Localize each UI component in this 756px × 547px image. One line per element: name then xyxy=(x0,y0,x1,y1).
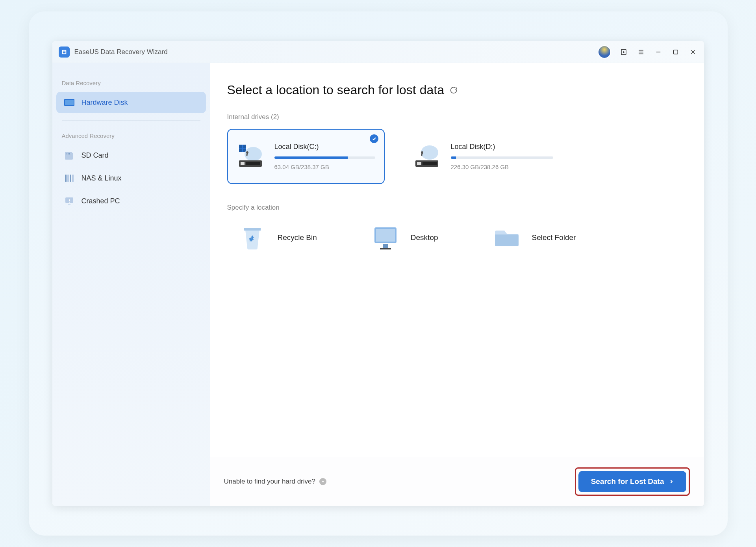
footer-help[interactable]: Unable to find your hard drive? xyxy=(224,478,326,486)
sd-card-icon xyxy=(64,151,74,160)
svg-point-30 xyxy=(246,151,248,154)
location-label: Desktop xyxy=(411,233,438,242)
drive-card-c[interactable]: Local Disk(C:) 63.04 GB/238.37 GB xyxy=(227,129,385,184)
drive-info: Local Disk(D:) 226.30 GB/238.26 GB xyxy=(451,143,553,170)
sidebar-item-crashed-pc[interactable]: Crashed PC xyxy=(56,190,206,212)
svg-rect-33 xyxy=(246,162,260,165)
titlebar-right xyxy=(598,45,698,59)
check-icon xyxy=(370,134,378,143)
download-icon[interactable] xyxy=(619,47,628,57)
svg-rect-22 xyxy=(69,199,70,201)
titlebar: EaseUS Data Recovery Wizard xyxy=(52,41,704,63)
svg-rect-12 xyxy=(65,100,74,105)
chevron-up-icon xyxy=(319,478,326,485)
svg-rect-26 xyxy=(243,145,246,148)
main-area: Data Recovery Hardware Disk Advanced Rec… xyxy=(52,63,704,506)
hardware-disk-icon xyxy=(64,98,74,107)
svg-rect-17 xyxy=(67,175,69,182)
minimize-icon[interactable] xyxy=(654,47,663,57)
svg-rect-1 xyxy=(63,50,65,51)
desktop-icon xyxy=(371,223,400,252)
svg-rect-16 xyxy=(65,175,67,182)
drive-usage-fill xyxy=(274,156,348,159)
svg-rect-14 xyxy=(68,153,69,154)
location-label: Select Folder xyxy=(532,233,576,242)
user-avatar[interactable] xyxy=(598,45,611,59)
svg-point-35 xyxy=(421,151,423,154)
search-button-label: Search for Lost Data xyxy=(591,477,664,486)
svg-rect-2 xyxy=(63,52,65,53)
sidebar-item-label: Hardware Disk xyxy=(82,99,128,107)
svg-rect-37 xyxy=(417,162,421,165)
titlebar-left: EaseUS Data Recovery Wizard xyxy=(59,47,168,58)
drives-row: Local Disk(C:) 63.04 GB/238.37 GB L xyxy=(227,129,687,184)
content: Select a location to search for lost dat… xyxy=(210,63,704,506)
location-desktop[interactable]: Desktop xyxy=(360,223,438,252)
svg-rect-23 xyxy=(69,202,70,203)
drive-icon xyxy=(237,144,266,169)
sidebar-item-label: NAS & Linux xyxy=(82,174,122,182)
svg-rect-25 xyxy=(239,145,242,148)
footer: Unable to find your hard drive? Search f… xyxy=(210,457,704,506)
refresh-icon[interactable] xyxy=(450,86,458,94)
sidebar-section-data-recovery: Data Recovery xyxy=(56,75,206,90)
svg-rect-21 xyxy=(68,204,70,205)
app-logo-icon xyxy=(59,47,70,58)
sidebar-item-hardware-disk[interactable]: Hardware Disk xyxy=(56,92,206,113)
recycle-bin-icon xyxy=(238,223,267,252)
sidebar-item-label: Crashed PC xyxy=(82,197,120,205)
drive-usage-bar xyxy=(451,156,553,159)
drive-info: Local Disk(C:) 63.04 GB/238.37 GB xyxy=(274,143,375,170)
maximize-icon[interactable] xyxy=(671,47,680,57)
search-button-highlight: Search for Lost Data xyxy=(575,467,690,496)
folder-icon xyxy=(493,223,521,252)
specify-location-label: Specify a location xyxy=(227,204,687,212)
outer-frame: EaseUS Data Recovery Wizard Data Recover… xyxy=(29,11,728,536)
location-recycle-bin[interactable]: Recycle Bin xyxy=(227,223,317,252)
sidebar-item-nas-linux[interactable]: NAS & Linux xyxy=(56,167,206,189)
drive-name: Local Disk(D:) xyxy=(451,143,553,151)
chevron-right-icon xyxy=(669,478,674,485)
app-title: EaseUS Data Recovery Wizard xyxy=(74,48,168,56)
sidebar-divider xyxy=(62,120,200,121)
svg-rect-32 xyxy=(241,162,245,165)
page-title: Select a location to search for lost dat… xyxy=(227,83,444,97)
svg-rect-13 xyxy=(67,153,67,154)
menu-icon[interactable] xyxy=(636,47,646,57)
sidebar-section-advanced-recovery: Advanced Recovery xyxy=(56,128,206,143)
internal-drives-label: Internal drives (2) xyxy=(227,113,687,121)
sidebar-item-label: SD Card xyxy=(82,151,109,160)
sidebar: Data Recovery Hardware Disk Advanced Rec… xyxy=(52,63,210,506)
search-for-lost-data-button[interactable]: Search for Lost Data xyxy=(578,471,686,492)
location-select-folder[interactable]: Select Folder xyxy=(482,223,576,252)
drive-usage-bar xyxy=(274,156,375,159)
content-body: Select a location to search for lost dat… xyxy=(210,63,704,457)
svg-point-34 xyxy=(421,145,438,160)
drive-usage-text: 63.04 GB/238.37 GB xyxy=(274,164,375,170)
drive-usage-text: 226.30 GB/238.26 GB xyxy=(451,164,553,170)
nas-icon xyxy=(64,174,74,182)
drive-usage-fill xyxy=(451,156,456,159)
svg-rect-38 xyxy=(422,162,437,165)
svg-rect-18 xyxy=(70,175,71,182)
locations-row: Recycle Bin Desktop Select Folder xyxy=(227,223,687,252)
page-title-row: Select a location to search for lost dat… xyxy=(227,83,687,97)
drive-name: Local Disk(C:) xyxy=(274,143,375,151)
crashed-pc-icon xyxy=(64,197,74,205)
drive-icon xyxy=(413,144,442,169)
svg-rect-42 xyxy=(380,248,391,249)
svg-rect-40 xyxy=(376,229,395,242)
sidebar-item-sd-card[interactable]: SD Card xyxy=(56,145,206,166)
svg-rect-27 xyxy=(239,149,242,152)
svg-rect-8 xyxy=(673,50,678,54)
drive-card-d[interactable]: Local Disk(D:) 226.30 GB/238.26 GB xyxy=(404,129,562,184)
location-label: Recycle Bin xyxy=(278,233,317,242)
svg-rect-41 xyxy=(383,244,388,248)
svg-rect-19 xyxy=(72,175,74,182)
close-icon[interactable] xyxy=(688,47,698,57)
footer-help-text: Unable to find your hard drive? xyxy=(224,478,315,486)
svg-rect-15 xyxy=(69,153,70,154)
app-window: EaseUS Data Recovery Wizard Data Recover… xyxy=(52,41,704,506)
